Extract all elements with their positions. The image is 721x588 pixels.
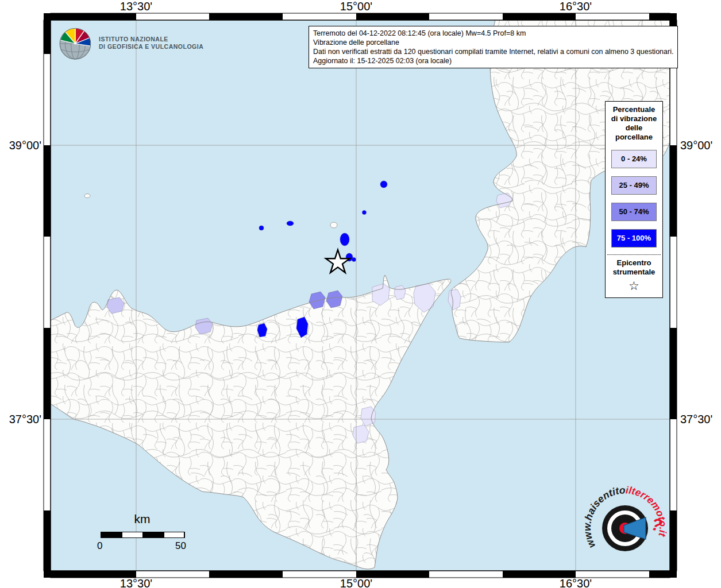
axis-label-top-1630: 16°30' [550, 0, 602, 13]
legend-title-line: delle [606, 123, 662, 133]
island-salina [330, 222, 337, 228]
island-stromboli [380, 181, 387, 188]
legend-epicenter-line: strumentale [606, 268, 662, 277]
island-small [352, 258, 356, 262]
legend-epicenter-label: Epicentro strumentale [606, 258, 662, 277]
legend-epicenter-line: Epicentro [606, 258, 662, 268]
axis-label-bottom-1500: 15°00' [330, 577, 382, 588]
legend-star-icon: ☆ [606, 279, 662, 293]
axis-label-top-1500: 15°00' [330, 0, 382, 13]
axis-label-top-1330: 13°30' [110, 0, 162, 13]
axis-label-right-3900: 39°00' [680, 139, 718, 152]
ingv-logo: ISTITUTO NAZIONALE DI GEOFISICA E VULCAN… [57, 25, 203, 61]
ingv-title-line1: ISTITUTO NAZIONALE [99, 36, 203, 43]
scalebar-segment [143, 532, 164, 537]
scalebar-segment [164, 532, 184, 537]
scalebar-segment [122, 532, 142, 537]
ingv-globe-icon [57, 25, 93, 61]
legend-swatch-0-24: 0 - 24% [611, 150, 657, 168]
legend-separator [607, 254, 661, 255]
axis-label-bottom-1630: 16°30' [550, 577, 602, 588]
island-lipari [340, 233, 349, 246]
axis-label-bottom-1330: 13°30' [110, 577, 162, 588]
legend-title-line: Percentuale [606, 105, 662, 114]
legend-swatch-75-100: 75 - 100% [611, 229, 657, 247]
island-filicudi [287, 221, 294, 226]
legend-swatch-25-49: 25 - 49% [611, 176, 657, 195]
scalebar-end-label: 50 [175, 540, 186, 552]
event-info-line3: Dati non verificati estratti da 120 ques… [313, 47, 673, 56]
axis-label-left-3730: 37°30' [3, 413, 41, 425]
legend-box: Percentuale di vibrazione delle porcella… [605, 101, 663, 298]
scalebar [101, 532, 185, 538]
ingv-title: ISTITUTO NAZIONALE DI GEOFISICA E VULCAN… [99, 36, 203, 51]
ingv-title-line2: DI GEOFISICA E VULCANOLOGIA [99, 43, 203, 51]
legend-swatch-50-74: 50 - 74% [611, 203, 657, 221]
island-ustica [84, 194, 90, 198]
haisentitoilterremoto-map-page: { "header": { "ingv": { "line1": "ISTITU… [0, 0, 721, 588]
scalebar-unit-label: km [101, 512, 184, 526]
legend-title-line: porcellane [606, 133, 662, 142]
island-panarea [363, 211, 367, 215]
scalebar-segment [101, 532, 122, 537]
event-info-box: Terremoto del 04-12-2022 08:12:45 (ora l… [309, 26, 678, 68]
axis-label-left-3900: 39°00' [3, 139, 41, 152]
island-alicudi [259, 226, 264, 230]
event-info-line4: Aggiornato il: 15-12-2025 02:03 (ora loc… [313, 56, 673, 65]
event-info-line1: Terremoto del 04-12-2022 08:12:45 (ora l… [313, 29, 673, 38]
axis-label-right-3730: 37°30' [680, 413, 718, 425]
legend-title: Percentuale di vibrazione delle porcella… [606, 105, 662, 142]
legend-title-line: di vibrazione [606, 114, 662, 123]
event-info-line2: Vibrazione delle porcellane [313, 38, 673, 47]
scalebar-start-label: 0 [97, 540, 102, 552]
